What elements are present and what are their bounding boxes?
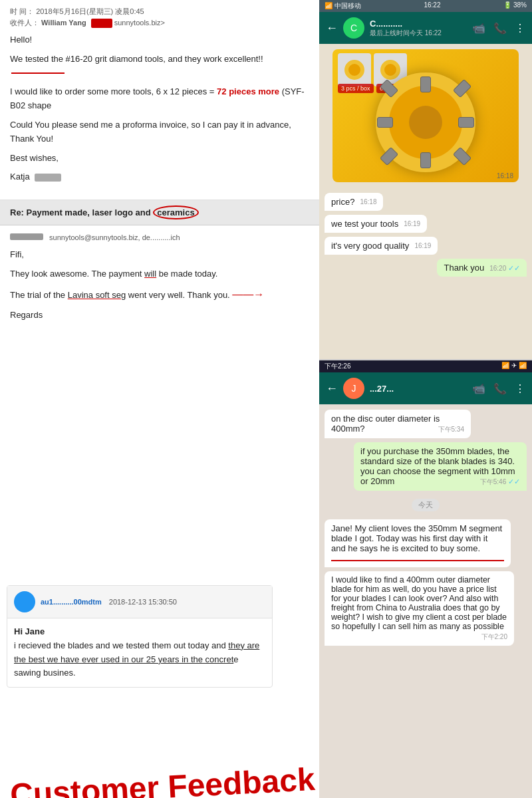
email-avatar-redacted — [91, 19, 112, 28]
right-panel: 📶 中国移动 16:22 🔋 38% ← C C........... 最后上线… — [319, 0, 532, 798]
video-call-icon[interactable]: 📹 — [472, 22, 485, 35]
image-timestamp: 16:18 — [497, 172, 513, 180]
email-1: 时 间： 2018年5月16日(星期三) 凌晨0:45 收件人： William… — [0, 0, 319, 200]
email-line3: Could You please send me a proforma invo… — [10, 118, 309, 146]
box-label-1: 3 pcs / box — [338, 84, 374, 93]
forum-message: i recieved the blades and we tested them… — [14, 639, 265, 680]
wa-action-icons-1: 📹 📞 ⋮ — [472, 22, 525, 35]
email-sign2: Katja — [10, 170, 309, 184]
wa-chat-2: 下午2:26 📶 ✈ 📶 ← J ...27... 📹 📞 ⋮ on the d… — [319, 359, 532, 798]
wa-contact-info-2: ...27... — [370, 384, 472, 394]
wa-msg-350mm: if you purchase the 350mm blades, the st… — [354, 442, 527, 491]
segment-top — [420, 76, 431, 92]
segment-right — [458, 117, 474, 128]
wa-carrier: 📶 中国移动 — [325, 1, 361, 11]
contact-avatar-2: J — [343, 378, 364, 399]
wa-msg-test-tools: we test your tools 16:19 — [325, 215, 427, 233]
phone-call-icon-2[interactable]: 📞 — [493, 382, 507, 395]
contact-avatar-1: C — [343, 17, 364, 39]
product-image: 3 pcs / box 6 pcs/ box — [332, 49, 519, 182]
email2-line2: The trial of the Lavina soft seg went ve… — [10, 286, 309, 303]
wa-messages-1: price? 16:18 we test your tools 16:19 it… — [319, 188, 532, 282]
wa-battery: 🔋 38% — [503, 1, 527, 11]
underlined-best: they are the best we have ever used in o… — [14, 640, 259, 664]
day-separator: 今天 — [325, 499, 527, 511]
wa-signal-icons: 📶 ✈ 📶 — [501, 362, 527, 371]
email2-greeting: Fifi, — [10, 248, 309, 262]
email2-line1: They look awesome. The payment will be m… — [10, 267, 309, 281]
email-greeting-1: Hello! — [10, 33, 309, 47]
disc-image — [376, 72, 475, 172]
segment-bottom — [420, 152, 431, 168]
wa-msg-diameter: on the disc outer diameter is 400mm? 下午5… — [325, 410, 471, 438]
read-checkmarks-2: ✓✓ — [508, 477, 520, 485]
underline-decoration — [11, 72, 65, 74]
wa-header-1: ← C C........... 最后上线时间今天 16:22 📹 📞 ⋮ — [319, 12, 532, 44]
segment-left — [377, 117, 393, 128]
video-call-icon-2[interactable]: 📹 — [472, 382, 485, 395]
read-checkmarks: ✓✓ — [508, 264, 520, 272]
wa-msg-thank-you: Thank you 16:20 ✓✓ — [437, 259, 527, 277]
grinding-disc — [376, 72, 475, 172]
forum-body: Hi Jane i recieved the blades and we tes… — [7, 618, 272, 687]
wa-chat-1: 📶 中国移动 16:22 🔋 38% ← C C........... 最后上线… — [319, 0, 532, 359]
left-panel: 时 间： 2018年5月16日(星期三) 凌晨0:45 收件人： William… — [0, 0, 319, 524]
back-arrow-icon[interactable]: ← — [326, 21, 338, 35]
segment-tr — [453, 79, 471, 98]
wa-time-1: 16:22 — [424, 1, 440, 11]
ceramics-highlight: ceramics — [153, 205, 198, 219]
email-meta-1: 时 间： 2018年5月16日(星期三) 凌晨0:45 收件人： William… — [10, 7, 309, 28]
wa-msg-client-loves: Jane! My client loves the 350mm M segmen… — [325, 519, 511, 567]
email-sender-info: sunnytools@sunnytools.biz, de..........i… — [10, 232, 309, 244]
email-body-1: Hello! We tested the #16-20 grit diamond… — [10, 33, 309, 184]
wa-msg-price: price? 16:18 — [325, 193, 383, 211]
thumbnail-1 — [338, 53, 371, 86]
signature-redacted — [35, 174, 61, 182]
email2-sign: Regards — [10, 309, 309, 323]
wa-contact-info-1: C........... 最后上线时间今天 16:22 — [370, 19, 472, 38]
email-sign1: Best wishes, — [10, 152, 309, 166]
segment-br — [453, 147, 471, 166]
wa-msg-find-400mm: I would like to find a 400mm outer diame… — [325, 571, 514, 646]
disc-hole — [409, 106, 442, 139]
wa-status-bar-2: 下午2:26 📶 ✈ 📶 — [319, 360, 532, 372]
forum-header: au1..........00mdtm 2018-12-13 15:30:50 — [7, 586, 272, 618]
forum-greeting: Hi Jane — [14, 625, 265, 639]
email-2-header: Re: Payment made, laser logo and ceramic… — [0, 200, 319, 225]
more-options-icon[interactable]: ⋮ — [515, 22, 525, 35]
wa-status-bar-1: 📶 中国移动 16:22 🔋 38% — [319, 0, 532, 12]
sender-avatar-redacted — [10, 233, 43, 240]
underlined-lavina: Lavina soft seg — [68, 290, 126, 300]
wa-header-2: ← J ...27... 📹 📞 ⋮ — [319, 372, 532, 404]
arrow-decoration: ——→ — [232, 289, 264, 300]
email-line2: I would like to order some more tools, 6… — [10, 85, 309, 113]
forum-post: au1..........00mdtm 2018-12-13 15:30:50 … — [7, 585, 273, 688]
phone-call-icon[interactable]: 📞 — [493, 22, 507, 35]
wa-time-2: 下午2:26 — [325, 362, 350, 371]
wa-action-icons-2: 📹 📞 ⋮ — [472, 382, 525, 395]
feedback-section: Customer Feedback — [0, 338, 319, 524]
forum-user-info: au1..........00mdtm 2018-12-13 15:30:50 — [41, 598, 177, 606]
more-options-icon-2[interactable]: ⋮ — [515, 382, 525, 395]
underlined-will: will — [144, 269, 156, 279]
wa-msg-good-quality: it's very good quality 16:19 — [325, 237, 438, 255]
underline-excited — [331, 560, 504, 561]
segment-bl — [380, 147, 398, 166]
product-image-container: 3 pcs / box 6 pcs/ box — [319, 44, 532, 188]
email-date-line: 时 间： 2018年5月16日(星期三) 凌晨0:45 — [10, 7, 309, 17]
back-arrow-icon-2[interactable]: ← — [326, 382, 338, 396]
feedback-label: Customer Feedback — [9, 762, 316, 798]
email-2-body: sunnytools@sunnytools.biz, de..........i… — [0, 225, 319, 338]
wa-messages-2: on the disc outer diameter is 400mm? 下午5… — [319, 404, 532, 651]
email-line1: We tested the #16-20 grit diamond tools,… — [10, 53, 309, 80]
forum-avatar — [14, 591, 35, 612]
email-recipient-line: 收件人： William Yang sunnytools.biz> — [10, 18, 309, 28]
